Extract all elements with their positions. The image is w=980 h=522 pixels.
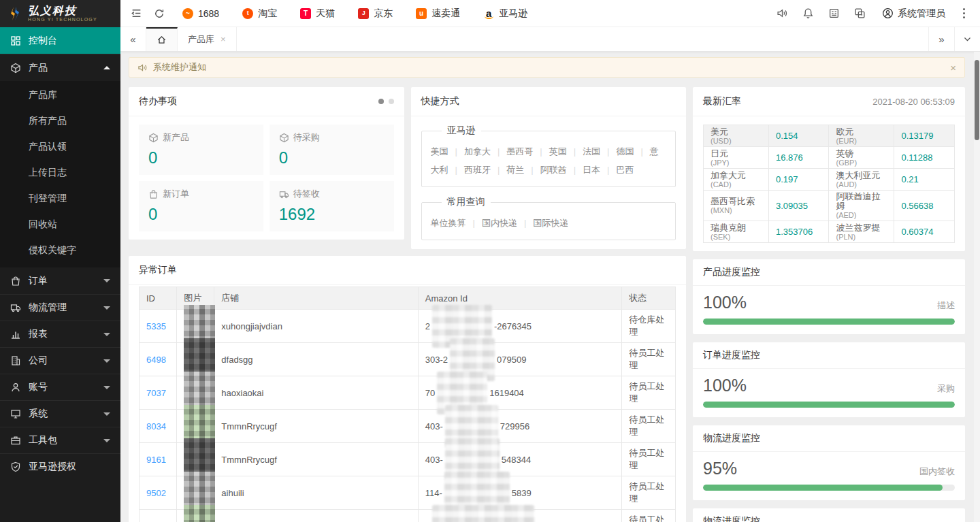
sidebar-subitem-product-library[interactable]: 产品库 [0,82,120,108]
collapse-sidebar-button[interactable] [125,0,148,27]
order-status: 待员工处理 [622,410,676,443]
rate-value: 0.11288 [901,152,932,163]
product-submenu: 产品库 所有产品 产品认领 上传日志 刊登管理 回收站 侵权关键字 [0,81,120,267]
sidebar: 弘义科技 HONG YI TECHNOLOGY 控制台 产品 产品库 所有产品 … [0,0,120,522]
shortcut-link-domestic-express[interactable]: 国内快递 [466,218,517,228]
caret-down-icon [103,306,110,310]
sidebar-item-company[interactable]: 公司 [0,347,120,374]
nav-link-jd[interactable]: J 京东 [346,0,404,27]
order-id-link[interactable]: 5335 [146,321,166,331]
shortcut-link-ae[interactable]: 阿联酋 [524,165,566,175]
tmall-icon: T [300,8,311,19]
exchange-rates-panel: 最新汇率 2021-08-20 06:53:09 美元(USD) 0.154 欧… [693,87,965,251]
table-row: 9502 aihuili 114-5839 待员工处理 [140,476,676,510]
sidebar-item-toolbox[interactable]: 工具包 [0,427,120,453]
page-scrollbar-thumb[interactable] [975,60,979,140]
sidebar-item-account[interactable]: 账号 [0,374,120,400]
todo-card-new-product[interactable]: 新产品 0 [139,125,263,175]
order-id-link[interactable]: 9161 [146,455,166,465]
nav-link-taobao[interactable]: t 淘宝 [231,0,289,27]
notice-close-icon[interactable]: × [950,62,956,74]
bag-icon [10,276,21,287]
refresh-button[interactable] [148,0,171,27]
sidebar-item-reports[interactable]: 报表 [0,321,120,347]
home-icon [157,35,167,45]
sidebar-subitem-upload-log[interactable]: 上传日志 [0,160,120,186]
progress-percent: 95% [703,459,737,478]
nav-link-1688[interactable]: ~ 1688 [171,0,231,27]
order-id-link[interactable]: 8034 [146,421,166,431]
bell-icon[interactable] [795,0,821,27]
order-id-link[interactable]: 7037 [146,388,166,398]
caret-down-icon [103,279,110,282]
sidebar-item-console[interactable]: 控制台 [0,27,120,54]
shortcut-link-jp[interactable]: 日本 [567,165,600,175]
task-history-icon[interactable] [847,0,872,27]
tabs-scroll-right-icon[interactable]: » [928,27,954,51]
shortcut-link-us[interactable]: 美国 [431,146,448,157]
tab-product-library[interactable]: 产品库 × [178,27,237,51]
sidebar-subitem-infringement-keywords[interactable]: 侵权关键字 [0,238,120,263]
shortcut-link-fr[interactable]: 法国 [567,146,600,157]
sidebar-subitem-product-claim[interactable]: 产品认领 [0,134,120,160]
todo-value: 0 [148,148,254,167]
logistics-progress-panel-intl: 物流进度监控 96%国际发货 [693,508,965,522]
nav-link-tmall[interactable]: T 天猫 [289,0,346,27]
orders-title: 异常订单 [139,264,177,276]
todo-card-to-receive[interactable]: 待签收 1692 [270,181,394,231]
todo-card-to-purchase[interactable]: 待采购 0 [270,125,394,175]
todo-card-new-order[interactable]: 新订单 0 [139,181,263,231]
shortcut-link-br[interactable]: 巴西 [600,165,634,175]
avatar-icon [882,7,894,19]
table-row: 7037 haoxiaokai 701619404 待员工处理 [140,376,676,410]
shortcut-link-es[interactable]: 西班牙 [448,165,491,175]
monitor-title: 产品进度监控 [703,266,760,278]
user-menu[interactable]: 系统管理员 [872,7,955,20]
sidebar-subitem-listing-manage[interactable]: 刊登管理 [0,186,120,212]
caret-down-icon [103,439,110,442]
orders-table: ID 图片 店铺 Amazon Id 状态 5335 [139,287,676,522]
shortcut-link-unit-convert[interactable]: 单位换算 [431,218,466,228]
sidebar-item-product[interactable]: 产品 [0,54,120,81]
shortcut-link-ca[interactable]: 加拿大 [448,146,491,157]
nav-link-aliexpress[interactable]: u 速卖通 [404,0,472,27]
shortcut-link-nl[interactable]: 荷兰 [491,165,524,175]
rate-value: 3.09035 [776,201,808,211]
brand-logo[interactable]: 弘义科技 HONG YI TECHNOLOGY [0,0,120,27]
todo-value: 0 [279,148,385,167]
order-status: 待员工处理 [622,510,676,522]
shortcut-link-intl-express[interactable]: 国际快递 [517,218,568,228]
sidebar-item-order[interactable]: 订单 [0,267,120,294]
amazon-id: 701619404 [425,388,524,398]
shortcut-link-mx[interactable]: 墨西哥 [491,146,533,157]
order-id-link[interactable]: 9502 [146,488,166,498]
sidebar-item-system[interactable]: 系统 [0,400,120,427]
tabs-scroll-left-icon[interactable]: « [120,27,146,51]
more-menu-icon[interactable] [955,8,973,18]
carousel-dot-active[interactable] [378,99,384,104]
shortcut-link-de[interactable]: 德国 [600,146,634,157]
table-row: 9993 TmmnRrycugf 33 待员工处理 [140,510,676,522]
shortcut-link-uk[interactable]: 英国 [533,146,566,157]
query-shortcut-group: 常用查询 单位换算国内快递国际快递 [421,196,676,240]
monitor-title: 物流进度监控 [703,515,760,522]
nav-link-amazon[interactable]: a 亚马逊 [472,0,539,27]
tab-close-icon[interactable]: × [220,34,226,44]
sidebar-subitem-recycle-bin[interactable]: 回收站 [0,212,120,238]
carousel-dot[interactable] [389,99,394,104]
main-area: ~ 1688 t 淘宝 T 天猫 J 京东 u 速卖通 a 亚马逊 [120,0,980,522]
sidebar-item-logistics[interactable]: 物流管理 [0,294,120,321]
tabs-menu-icon[interactable] [954,27,980,51]
order-id-link[interactable]: 6498 [146,355,166,365]
progress-tag: 采购 [937,382,955,395]
tab-home[interactable] [146,27,178,51]
sidebar-subitem-all-products[interactable]: 所有产品 [0,108,120,134]
announcement-icon[interactable] [769,0,795,27]
table-row: 6498 dfadsgg 303-2079509 待员工处理 [140,343,676,376]
shop-name: dfadsgg [214,343,418,376]
sidebar-item-amazon-auth[interactable]: 亚马逊授权 [0,453,120,480]
dashboard-icon [10,35,21,46]
apps-icon[interactable] [821,0,847,27]
amazon-id: 114-5839 [425,488,532,498]
bag-icon [148,189,159,199]
